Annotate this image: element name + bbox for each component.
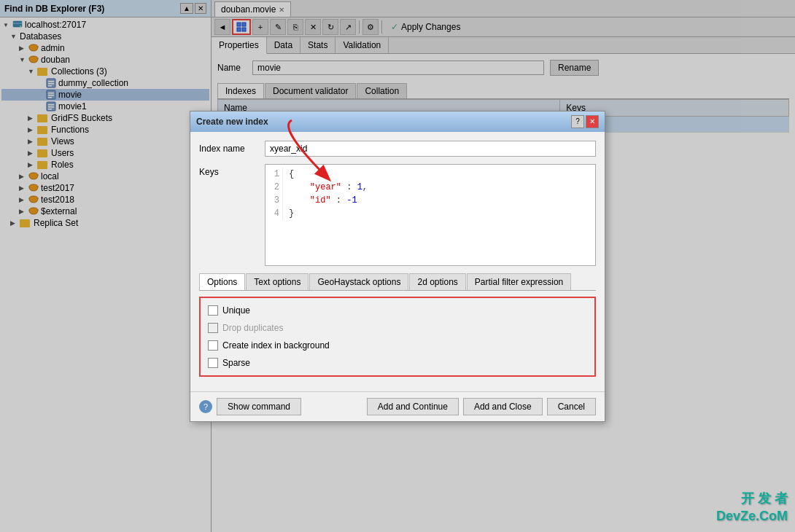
create-background-checkbox[interactable] — [208, 340, 218, 351]
code-line-3: 3 "id" : -1 — [268, 194, 592, 207]
watermark: 开 发 者 DevZe.CoM — [716, 490, 788, 525]
options-box: Unique Drop duplicates Create index in b… — [199, 297, 596, 377]
index-name-label: Index name — [199, 141, 265, 154]
option-sparse-row: Sparse — [208, 358, 587, 368]
dialog-help-btn[interactable]: ? — [571, 115, 584, 128]
dialog-controls: ? ✕ — [571, 115, 599, 128]
help-icon[interactable]: ? — [199, 400, 212, 413]
unique-label: Unique — [222, 305, 250, 316]
keys-row: Keys 1 { 2 "year" : 1, 3 "id" : -1 — [199, 164, 596, 266]
index-name-input[interactable] — [265, 141, 596, 157]
create-index-dialog: Create new index ? ✕ Index name Keys 1 { — [190, 111, 605, 422]
code-line-1: 1 { — [268, 168, 592, 181]
tab-text-options[interactable]: Text options — [246, 273, 309, 290]
dialog-footer: ? Show command Add and Continue Add and … — [190, 391, 605, 421]
line-num-3: 3 — [268, 194, 283, 207]
keys-label: Keys — [199, 164, 265, 177]
drop-duplicates-checkbox[interactable] — [208, 323, 218, 333]
dialog-titlebar: Create new index ? ✕ — [190, 112, 605, 132]
sparse-label: Sparse — [222, 358, 250, 368]
keys-editor[interactable]: 1 { 2 "year" : 1, 3 "id" : -1 4 } — [265, 164, 596, 266]
line-num-2: 2 — [268, 181, 283, 194]
dialog-body: Index name Keys 1 { 2 "year" : 1, — [190, 132, 605, 391]
option-create-background-row: Create index in background — [208, 340, 587, 351]
show-command-btn[interactable]: Show command — [217, 398, 301, 415]
tab-partial-filter[interactable]: Partial filter expression — [467, 273, 571, 290]
dialog-overlay: Create new index ? ✕ Index name Keys 1 { — [0, 0, 795, 532]
sparse-checkbox[interactable] — [208, 358, 218, 368]
code-line-4: 4 } — [268, 207, 592, 220]
options-tabs: Options Text options GeoHaystack options… — [199, 273, 596, 291]
line-text-1: { — [289, 168, 294, 181]
tab-options[interactable]: Options — [199, 273, 245, 290]
line-num-4: 4 — [268, 207, 283, 220]
dialog-close-btn[interactable]: ✕ — [586, 115, 599, 128]
option-unique-row: Unique — [208, 305, 587, 316]
tab-geohaystack-options[interactable]: GeoHaystack options — [309, 273, 408, 290]
watermark-line2: DevZe.CoM — [716, 508, 788, 525]
footer-left: ? Show command — [199, 398, 301, 415]
option-drop-duplicates-row: Drop duplicates — [208, 323, 587, 333]
add-continue-btn[interactable]: Add and Continue — [367, 398, 459, 415]
line-text-3: "id" : -1 — [289, 194, 357, 207]
index-name-row: Index name — [199, 141, 596, 157]
drop-duplicates-label: Drop duplicates — [222, 323, 283, 333]
line-num-1: 1 — [268, 168, 283, 181]
line-text-4: } — [289, 207, 294, 220]
tab-2d-options[interactable]: 2d options — [409, 273, 465, 290]
dialog-title: Create new index — [196, 117, 268, 127]
cancel-btn[interactable]: Cancel — [547, 398, 596, 415]
add-close-btn[interactable]: Add and Close — [463, 398, 543, 415]
watermark-line1: 开 发 者 — [716, 490, 788, 507]
unique-checkbox[interactable] — [208, 305, 218, 316]
code-line-2: 2 "year" : 1, — [268, 181, 592, 194]
line-text-2: "year" : 1, — [289, 181, 368, 194]
create-background-label: Create index in background — [222, 340, 330, 351]
footer-right: Add and Continue Add and Close Cancel — [367, 398, 596, 415]
